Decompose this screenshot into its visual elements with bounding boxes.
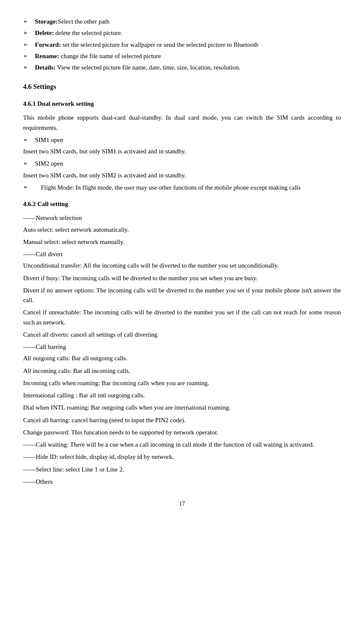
- sim2-description: Insert two SIM cards, but only SIM2 is a…: [23, 171, 341, 180]
- unconditional-transfer: Unconditional transfer: All the incoming…: [23, 261, 341, 271]
- arrow-icon: ➢: [23, 159, 35, 169]
- arrow-icon: ➢: [23, 51, 35, 61]
- change-password: Change password: This funcation needs to…: [23, 428, 341, 437]
- all-incoming: All incoming calls: Bar all incoming cal…: [23, 366, 341, 376]
- bullet-flight: ➢ Flight Mode: In flight mode, the user …: [23, 183, 341, 193]
- hide-id: ——Hide ID: select hide, display id, disp…: [23, 452, 341, 462]
- call-barring-heading: ——Call barring: [23, 342, 341, 352]
- divert-if-busy: Divert if busy: The incoming calls will …: [23, 273, 341, 283]
- sim1-label: SIM1 open: [35, 135, 341, 145]
- dial-intl-roaming: Dial when INTL roaming: Bar outgoing cal…: [23, 403, 341, 413]
- others: ——Others: [23, 477, 341, 487]
- subsection-461-intro: This mobile phone supports dual-card dua…: [23, 113, 341, 133]
- bullet-delete-text: Delete: delete the selected picture.: [35, 28, 341, 38]
- network-selection-heading: ——Network selection: [23, 213, 341, 223]
- bullet-forward: ➢ Forward: set the selected picture for …: [23, 40, 341, 50]
- cancel-if-unreachable: Cancel if unreachable: The incoming call…: [23, 308, 341, 327]
- page-number: 17: [23, 499, 341, 509]
- bullet-details: ➢ Details: View the selected picture fil…: [23, 63, 341, 72]
- arrow-icon: ➢: [23, 40, 35, 50]
- arrow-icon: ➢: [23, 135, 35, 145]
- arrow-icon: ➢: [23, 183, 41, 193]
- bullet-rename-text: Rename: change the file name of selected…: [35, 51, 341, 61]
- cancel-all-barring: Cancel all barring: cancel barring (need…: [23, 415, 341, 425]
- call-divert-heading: ——Call divert: [23, 249, 341, 259]
- section-46-heading: 4.6 Settings: [23, 82, 341, 92]
- bullet-sim1: ➢ SIM1 open: [23, 135, 341, 145]
- incoming-roaming: Incoming calls when roaming: Bar incomin…: [23, 378, 341, 388]
- cancel-all-diverts: Cancel all diverts: cancel all settings …: [23, 330, 341, 340]
- bullet-storage: ➢ Storage:Select the other path: [23, 17, 341, 27]
- international-calling: International calling : Bar all intl out…: [23, 391, 341, 400]
- sim2-label: SIM2 open: [35, 159, 341, 169]
- bullet-sim2: ➢ SIM2 open: [23, 159, 341, 169]
- manual-select: Manual select: select network manually.: [23, 237, 341, 247]
- select-line: ——Select line: select Line 1 or Line 2.: [23, 465, 341, 474]
- call-waiting: ——Call waiting: There will be a cue when…: [23, 440, 341, 450]
- subsection-461-heading: 4.6.1 Dual network setting: [23, 99, 341, 109]
- arrow-icon: ➢: [23, 63, 35, 72]
- bullet-delete: ➢ Delete: delete the selected picture.: [23, 28, 341, 38]
- top-bullet-list: ➢ Storage:Select the other path ➢ Delete…: [23, 17, 341, 72]
- divert-no-answer: Divert if no answer options: The incomin…: [23, 286, 341, 305]
- bullet-forward-text: Forward: set the selected picture for wa…: [35, 40, 341, 50]
- auto-select: Auto select: select network automaticall…: [23, 225, 341, 235]
- arrow-icon: ➢: [23, 17, 35, 27]
- all-outgoing: All outgoing calls: Bar all outgoing cal…: [23, 354, 341, 363]
- bullet-details-text: Details: View the selected picture file …: [35, 63, 341, 72]
- flight-text: Flight Mode: In flight mode, the user ma…: [41, 183, 341, 193]
- bullet-rename: ➢ Rename: change the file name of select…: [23, 51, 341, 61]
- sim1-description: Insert two SIM cards, but only SIM1 is a…: [23, 147, 341, 156]
- subsection-462-heading: 4.6.2 Call setting: [23, 199, 341, 209]
- bullet-storage-text: Storage:Select the other path: [35, 17, 341, 27]
- arrow-icon: ➢: [23, 28, 35, 38]
